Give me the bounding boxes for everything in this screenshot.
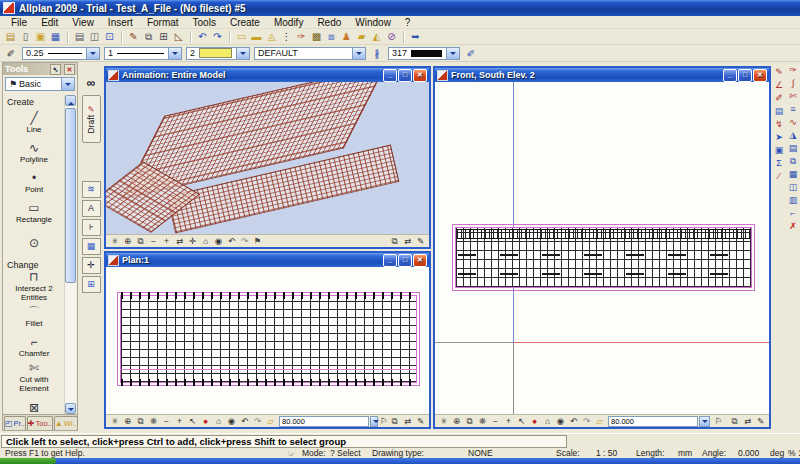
- layer-select[interactable]: DEFAULT: [254, 47, 366, 60]
- zoom-scale-input[interactable]: [279, 416, 369, 427]
- zoom-out-icon[interactable]: −: [160, 416, 173, 427]
- new-file-icon[interactable]: ▯: [18, 30, 33, 44]
- sketch-icon[interactable]: ⊘: [384, 30, 399, 44]
- zoom-all-icon[interactable]: ✳: [108, 416, 121, 427]
- tab-wizard[interactable]: ▲ Wi..: [54, 416, 78, 430]
- menu-item[interactable]: Tools: [186, 17, 223, 28]
- dots-separator-icon[interactable]: ⋮: [279, 30, 294, 44]
- tools-scrollbar[interactable]: [64, 95, 76, 414]
- app-titlebar[interactable]: Allplan 2009 - Trial - Test_A_File - (No…: [0, 0, 800, 16]
- menu-item[interactable]: File: [4, 17, 34, 28]
- record-icon[interactable]: ●: [199, 416, 212, 427]
- tool-rectangle[interactable]: ▭ Rectangle: [4, 198, 64, 228]
- home-view-icon[interactable]: ⌂: [199, 236, 212, 247]
- close-icon[interactable]: ✕: [413, 69, 427, 82]
- pan-icon[interactable]: ⇄: [173, 236, 186, 247]
- line-type-select[interactable]: 1: [104, 47, 182, 60]
- line-color-select[interactable]: 2: [186, 47, 250, 60]
- combo-arrow-icon[interactable]: [86, 48, 99, 59]
- mesh-reinforcement-icon[interactable]: ▬: [249, 30, 264, 44]
- zoom-scale-input[interactable]: [608, 416, 698, 427]
- zoom-dropdown-icon[interactable]: [370, 416, 378, 427]
- paste-icon[interactable]: ⊞: [156, 30, 171, 44]
- combo-arrow-icon[interactable]: [446, 48, 459, 59]
- assistant-icon[interactable]: ♟: [339, 30, 354, 44]
- match-properties-icon[interactable]: ✎: [126, 30, 141, 44]
- tab-properties[interactable]: ◰ Pr..: [4, 416, 26, 430]
- eye-icon[interactable]: ◉: [212, 236, 225, 247]
- animation-window-titlebar[interactable]: Animation: Entire Model _ □ ✕: [106, 68, 429, 82]
- triangle-icon[interactable]: ◮: [787, 129, 800, 141]
- tool-fillet[interactable]: ⌒ Fillet: [4, 302, 64, 332]
- box-icon[interactable]: ▣: [773, 144, 786, 156]
- elevation-viewport[interactable]: [435, 82, 769, 414]
- print-icon[interactable]: ▤: [72, 30, 87, 44]
- sum-icon[interactable]: Σ: [773, 157, 786, 169]
- delete-icon[interactable]: ◺: [171, 30, 186, 44]
- bars-icon[interactable]: ≡: [787, 103, 800, 115]
- print-preview-icon[interactable]: ◫: [87, 30, 102, 44]
- combo-arrow-icon[interactable]: [61, 78, 74, 90]
- eye-icon[interactable]: ◉: [225, 416, 238, 427]
- minimize-icon[interactable]: _: [383, 69, 397, 82]
- undo-view-icon[interactable]: ↶: [225, 236, 238, 247]
- plan-viewport[interactable]: [106, 267, 429, 414]
- menu-item[interactable]: Window: [348, 17, 398, 28]
- home-view-icon[interactable]: ⌂: [212, 416, 225, 427]
- undo-view-icon[interactable]: ↶: [567, 416, 580, 427]
- copy-icon[interactable]: ⧉: [141, 30, 156, 44]
- menu-item[interactable]: Insert: [101, 17, 140, 28]
- binoculars-icon[interactable]: ∞: [81, 76, 101, 91]
- cursor-icon[interactable]: ➤: [773, 131, 786, 143]
- plan-window-titlebar[interactable]: Plan:1 _ □ ✕: [106, 253, 429, 267]
- zoom-all-icon[interactable]: ✳: [437, 416, 450, 427]
- folder-icon[interactable]: ▱: [593, 416, 606, 427]
- open-project-icon[interactable]: ▤: [3, 30, 18, 44]
- sheet-icon[interactable]: ▤: [787, 142, 800, 154]
- tool-polyline[interactable]: ∿ Polyline: [4, 138, 64, 168]
- refresh-icon[interactable]: ❋: [476, 416, 489, 427]
- save-icon[interactable]: ▦: [48, 30, 63, 44]
- window-mode-icon[interactable]: ⧉: [388, 416, 401, 427]
- pen-view-icon[interactable]: ✎: [414, 236, 427, 247]
- tool-intersect[interactable]: ⊓ Intersect 2 Entities: [4, 271, 64, 302]
- measure-strip-icon[interactable]: ≋: [82, 181, 101, 198]
- flag-icon[interactable]: ⚑: [251, 236, 264, 247]
- dimension-strip-icon[interactable]: ⊦: [82, 219, 101, 236]
- wave-icon[interactable]: ∿: [787, 116, 800, 128]
- mesh2-icon[interactable]: ▦: [787, 168, 800, 180]
- combo-arrow-icon[interactable]: [236, 48, 249, 59]
- snap-strip-icon[interactable]: ✛: [82, 257, 101, 274]
- combo-arrow-icon[interactable]: [352, 48, 365, 59]
- tool-chamfer[interactable]: ⌐ Chamfer: [4, 332, 64, 362]
- maximize-icon[interactable]: □: [738, 69, 752, 82]
- tool-circle[interactable]: ⊙: [4, 228, 64, 258]
- bending-shape-icon[interactable]: ◬: [264, 30, 279, 44]
- layer-link-icon[interactable]: ∦: [370, 48, 384, 59]
- draw-order-icon[interactable]: ✐: [464, 48, 478, 59]
- redo-view-icon[interactable]: ↷: [238, 236, 251, 247]
- menu-item[interactable]: ?: [398, 17, 418, 28]
- zoom-out-icon[interactable]: −: [147, 236, 160, 247]
- panel-icon[interactable]: ▤: [773, 105, 786, 117]
- close-icon[interactable]: ✕: [753, 69, 767, 82]
- integral-icon[interactable]: ∫: [787, 77, 800, 89]
- pen-view-icon[interactable]: ✎: [754, 416, 767, 427]
- tab-tools[interactable]: ✚ Too..: [27, 416, 53, 430]
- pattern-select[interactable]: 317: [388, 47, 460, 60]
- corner-icon[interactable]: ⌐: [787, 207, 800, 219]
- zoom-window-icon[interactable]: ⊕: [450, 416, 463, 427]
- draft-tab[interactable]: ✎ Draft: [82, 95, 101, 143]
- zoom-dropdown-icon[interactable]: [699, 416, 710, 427]
- move-view-icon[interactable]: ✛: [186, 236, 199, 247]
- combo-arrow-icon[interactable]: [168, 48, 181, 59]
- undo-icon[interactable]: ↶: [195, 30, 210, 44]
- folder-icon[interactable]: ▱: [264, 416, 277, 427]
- menu-item[interactable]: View: [65, 17, 101, 28]
- menu-item[interactable]: Redo: [310, 17, 348, 28]
- start-button-edge[interactable]: [0, 458, 56, 464]
- maximize-icon[interactable]: □: [398, 254, 412, 267]
- menu-item[interactable]: Create: [223, 17, 267, 28]
- window-mode-icon[interactable]: ⧉: [388, 236, 401, 247]
- close-icon[interactable]: ✕: [413, 254, 427, 267]
